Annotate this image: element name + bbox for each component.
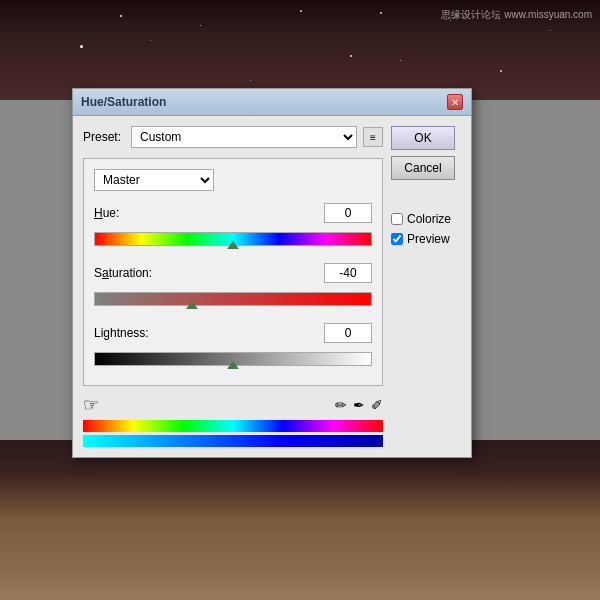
eyedropper-group: ✏ ✒ ✐ xyxy=(335,397,383,413)
channel-select-wrap: Master xyxy=(94,169,214,191)
ok-button[interactable]: OK xyxy=(391,126,455,150)
dialog-close-button[interactable]: ✕ xyxy=(447,94,463,110)
color-bar-cyan-blue xyxy=(83,435,383,447)
preset-dropdown: Custom xyxy=(131,126,357,148)
preset-select[interactable]: Custom xyxy=(131,126,357,148)
channel-row: Master xyxy=(94,169,372,191)
hue-track-wrap xyxy=(94,227,372,251)
hue-label: Hue: xyxy=(94,206,119,220)
dialog-titlebar: Hue/Saturation ✕ xyxy=(73,89,471,116)
dialog-title: Hue/Saturation xyxy=(81,95,166,109)
eyedropper-subtract-icon[interactable]: ✐ xyxy=(371,397,383,413)
light-value-input[interactable] xyxy=(324,323,372,343)
sat-label: Saturation: xyxy=(94,266,152,280)
bottom-icon-row: ☞ ✏ ✒ ✐ xyxy=(83,394,383,416)
watermark: 思缘设计论坛 www.missyuan.com xyxy=(441,8,592,22)
hue-thumb[interactable] xyxy=(227,241,239,249)
preset-label: Preset: xyxy=(83,130,125,144)
preset-options-icon[interactable]: ≡ xyxy=(363,127,383,147)
dialog-body: Preset: Custom ≡ Master xyxy=(73,116,471,457)
color-bars xyxy=(83,420,383,447)
dialog-side-panel: OK Cancel Colorize Preview xyxy=(391,126,461,447)
colorize-label[interactable]: Colorize xyxy=(407,212,451,226)
preset-row: Preset: Custom ≡ xyxy=(83,126,383,148)
eyedropper-icon[interactable]: ✏ xyxy=(335,397,347,413)
colorize-option: Colorize xyxy=(391,212,461,226)
sat-label-row: Saturation: xyxy=(94,263,372,283)
hue-value-input[interactable] xyxy=(324,203,372,223)
eyedropper-add-icon[interactable]: ✒ xyxy=(353,397,365,413)
adjustments-panel: Master Hue: xyxy=(83,158,383,386)
light-track-wrap xyxy=(94,347,372,371)
dialog-main: Preset: Custom ≡ Master xyxy=(83,126,383,447)
light-label: Lightness: xyxy=(94,326,149,340)
preview-checkbox[interactable] xyxy=(391,233,403,245)
hue-slider-row: Hue: xyxy=(94,203,372,251)
color-bar-rainbow xyxy=(83,420,383,432)
background-bottom xyxy=(0,440,600,600)
hue-label-row: Hue: xyxy=(94,203,372,223)
hue-saturation-dialog: Hue/Saturation ✕ Preset: Custom ≡ xyxy=(72,88,472,458)
preview-label[interactable]: Preview xyxy=(407,232,450,246)
hand-tool-icon[interactable]: ☞ xyxy=(83,394,99,416)
light-label-row: Lightness: xyxy=(94,323,372,343)
sat-track-wrap xyxy=(94,287,372,311)
cancel-button[interactable]: Cancel xyxy=(391,156,455,180)
channel-select[interactable]: Master xyxy=(94,169,214,191)
light-thumb[interactable] xyxy=(227,361,239,369)
sat-value-input[interactable] xyxy=(324,263,372,283)
colorize-checkbox[interactable] xyxy=(391,213,403,225)
lightness-slider-row: Lightness: xyxy=(94,323,372,371)
preview-option: Preview xyxy=(391,232,461,246)
hue-track[interactable] xyxy=(94,232,372,246)
sat-track[interactable] xyxy=(94,292,372,306)
sat-thumb[interactable] xyxy=(186,301,198,309)
light-track[interactable] xyxy=(94,352,372,366)
saturation-slider-row: Saturation: xyxy=(94,263,372,311)
